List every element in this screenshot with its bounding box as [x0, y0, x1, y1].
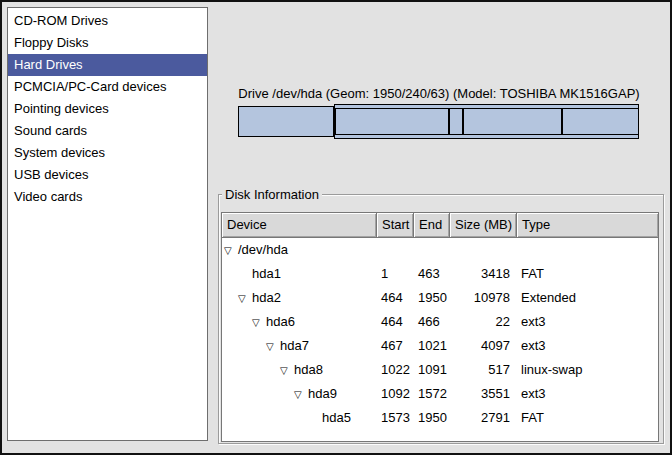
end-cell: 1021	[414, 334, 450, 358]
size-cell	[450, 238, 517, 262]
start-cell: 1	[377, 262, 414, 286]
table-row-hda8[interactable]: ▽hda810221091517linux-swap	[222, 358, 658, 382]
table-row-hda5[interactable]: hda5157319502791FAT	[222, 406, 658, 430]
end-cell: 1950	[414, 406, 450, 430]
device-cell: ▽hda9	[222, 382, 377, 406]
expander-open-icon[interactable]: ▽	[294, 383, 308, 406]
partition-segment-hda8	[449, 108, 463, 135]
start-cell: 1092	[377, 382, 414, 406]
column-header-size[interactable]: Size (MB)	[450, 213, 517, 238]
table-row-hda6[interactable]: ▽hda646446622ext3	[222, 310, 658, 334]
type-cell: ext3	[517, 334, 658, 358]
device-cell: hda5	[222, 406, 377, 430]
sidebar-item-hard-drives[interactable]: Hard Drives	[8, 54, 207, 76]
hardware-browser-window: CD-ROM DrivesFloppy DisksHard DrivesPCMC…	[0, 0, 672, 455]
size-cell: 10978	[450, 286, 517, 310]
device-cell: ▽hda6	[222, 310, 377, 334]
sidebar-item-cd-rom-drives[interactable]: CD-ROM Drives	[8, 10, 207, 32]
end-cell: 463	[414, 262, 450, 286]
size-cell: 3551	[450, 382, 517, 406]
start-cell	[377, 238, 414, 262]
device-category-list: CD-ROM DrivesFloppy DisksHard DrivesPCMC…	[7, 7, 208, 441]
column-header-device[interactable]: Device	[222, 213, 377, 238]
expander-open-icon[interactable]: ▽	[252, 311, 266, 334]
sidebar-item-pcmcia-pc-card-devices[interactable]: PCMCIA/PC-Card devices	[8, 76, 207, 98]
partition-segment-hda9	[463, 108, 562, 135]
partition-segment-hda7	[335, 108, 449, 135]
end-cell: 1572	[414, 382, 450, 406]
sidebar-item-system-devices[interactable]: System devices	[8, 142, 207, 164]
device-name: hda2	[252, 290, 281, 305]
table-row-hda1[interactable]: hda114633418FAT	[222, 262, 658, 286]
size-cell: 2791	[450, 406, 517, 430]
size-cell: 3418	[450, 262, 517, 286]
size-cell: 517	[450, 358, 517, 382]
column-header-start[interactable]: Start	[377, 213, 414, 238]
column-header-type[interactable]: Type	[517, 213, 658, 238]
table-row-hda7[interactable]: ▽hda746710214097ext3	[222, 334, 658, 358]
disk-table-header: Device Start End Size (MB) Type	[222, 213, 658, 238]
end-cell: 1091	[414, 358, 450, 382]
expander-open-icon[interactable]: ▽	[266, 335, 280, 358]
device-cell: ▽hda8	[222, 358, 377, 382]
start-cell: 1573	[377, 406, 414, 430]
table-row-hda2[interactable]: ▽hda2464195010978Extended	[222, 286, 658, 310]
table-row--dev-hda[interactable]: ▽/dev/hda	[222, 238, 658, 262]
sidebar-items-host: CD-ROM DrivesFloppy DisksHard DrivesPCMC…	[8, 10, 207, 208]
device-name: hda9	[308, 386, 337, 401]
start-cell: 467	[377, 334, 414, 358]
size-cell: 4097	[450, 334, 517, 358]
drive-title: Drive /dev/hda (Geom: 1950/240/63) (Mode…	[220, 86, 658, 101]
expander-open-icon[interactable]: ▽	[238, 287, 252, 310]
sidebar-item-usb-devices[interactable]: USB devices	[8, 164, 207, 186]
partition-segment-hda5	[562, 108, 639, 135]
device-name: hda5	[322, 410, 351, 425]
device-cell: ▽hda2	[222, 286, 377, 310]
device-cell: ▽/dev/hda	[222, 238, 377, 262]
sidebar-item-pointing-devices[interactable]: Pointing devices	[8, 98, 207, 120]
device-name: hda7	[280, 338, 309, 353]
type-cell: linux-swap	[517, 358, 658, 382]
start-cell: 464	[377, 286, 414, 310]
end-cell: 1950	[414, 286, 450, 310]
size-cell: 22	[450, 310, 517, 334]
end-cell: 466	[414, 310, 450, 334]
device-name: hda1	[252, 266, 281, 281]
type-cell: FAT	[517, 262, 658, 286]
sidebar-item-sound-cards[interactable]: Sound cards	[8, 120, 207, 142]
device-name: /dev/hda	[238, 242, 288, 257]
type-cell	[517, 238, 658, 262]
device-name: hda6	[266, 314, 295, 329]
sidebar-item-video-cards[interactable]: Video cards	[8, 186, 207, 208]
device-name: hda8	[294, 362, 323, 377]
disk-table: Device Start End Size (MB) Type ▽/dev/hd…	[221, 212, 659, 442]
start-cell: 1022	[377, 358, 414, 382]
type-cell: ext3	[517, 382, 658, 406]
type-cell: Extended	[517, 286, 658, 310]
type-cell: FAT	[517, 406, 658, 430]
sidebar-item-floppy-disks[interactable]: Floppy Disks	[8, 32, 207, 54]
disk-information-label: Disk Information	[222, 187, 322, 202]
expander-open-icon[interactable]: ▽	[224, 239, 238, 262]
device-cell: ▽hda7	[222, 334, 377, 358]
type-cell: ext3	[517, 310, 658, 334]
table-row-hda9[interactable]: ▽hda9109215723551ext3	[222, 382, 658, 406]
partition-segment-hda1	[238, 106, 334, 137]
device-cell: hda1	[222, 262, 377, 286]
partition-diagram	[238, 104, 639, 139]
expander-open-icon[interactable]: ▽	[280, 359, 294, 382]
column-header-end[interactable]: End	[414, 213, 450, 238]
disk-table-body: ▽/dev/hdahda114633418FAT▽hda246419501097…	[222, 238, 658, 430]
start-cell: 464	[377, 310, 414, 334]
end-cell	[414, 238, 450, 262]
